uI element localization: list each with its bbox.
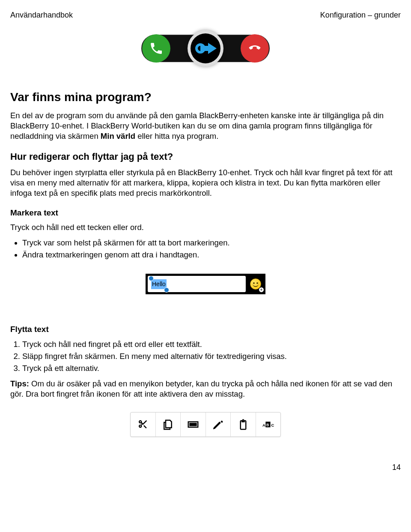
selected-text: Hello [151,279,167,289]
list-item: Tryck och håll ned fingret på ett ord el… [22,339,401,350]
tips-text: Om du är osäker på vad en menyikon betyd… [10,379,392,398]
plus-badge-icon: + [259,287,264,293]
tips-paragraph: Tips: Om du är osäker på vad en menyikon… [10,379,401,399]
select-all-icon: A B C [262,418,274,431]
paragraph-programs: En del av de program som du använde på d… [10,111,401,141]
toolbar-select [181,412,206,436]
slider-knob [188,30,223,66]
heading-var-finns: Var finns mina program? [10,90,401,105]
text: eller hitta nya program. [135,132,218,140]
edit-icon [211,418,224,431]
answer-call-button [142,34,170,63]
phone-answer-icon [149,41,164,56]
heading-markera: Markera text [10,208,401,218]
select-icon [187,418,200,431]
toolbar-paste [231,412,256,436]
header-left: Användarhandbok [10,10,73,20]
header-right: Konfiguration – grunder [320,10,401,20]
heading-flytta: Flytta text [10,324,401,335]
call-slider-illustration [141,33,270,64]
tips-label: Tips: [10,379,29,388]
heading-redigera: Hur redigerar och flyttar jag på text? [10,151,401,163]
paragraph-markera-instr: Tryck och håll ned ett tecken eller ord. [10,222,401,233]
page-header: Användarhandbok Konfiguration – grunder [10,10,401,20]
list-item: Släpp fingret från skärmen. En meny med … [22,351,401,362]
toolbar-copy [156,412,181,436]
copy-icon [161,418,174,431]
list-item: Tryck var som helst på skärmen för att t… [22,238,401,248]
svg-rect-3 [189,423,197,427]
flytta-steps: Tryck och håll ned fingret på ett ord el… [10,339,401,374]
text-selection-illustration: Hello + [146,274,265,294]
emoji-button: + [248,276,263,292]
list-item: Tryck på ett alternativ. [22,363,401,374]
svg-rect-1 [200,46,209,51]
edit-toolbar-illustration: A B C [130,412,281,437]
text-field: Hello [148,276,246,292]
selection-handle-end-icon [164,287,169,293]
toolbar-edit [206,412,231,436]
selected-text-value: Hello [152,281,166,287]
phone-decline-icon [247,41,262,56]
bold-min-varld: Min värld [101,132,135,140]
slide-right-arrow-icon [193,39,218,57]
svg-text:A: A [262,423,265,427]
paste-icon [237,418,250,431]
toolbar-cut [131,412,156,436]
svg-text:C: C [271,423,274,427]
page-number: 14 [10,463,401,472]
list-item: Ändra textmarkeringen genom att dra i ha… [22,250,401,260]
paragraph-redigera: Du behöver ingen styrplatta eller styrku… [10,167,401,198]
svg-text:B: B [267,423,269,427]
markera-bullet-list: Tryck var som helst på skärmen för att t… [10,238,401,260]
decline-call-button [241,34,269,63]
toolbar-select-all: A B C [256,412,281,436]
cut-icon [137,418,149,431]
